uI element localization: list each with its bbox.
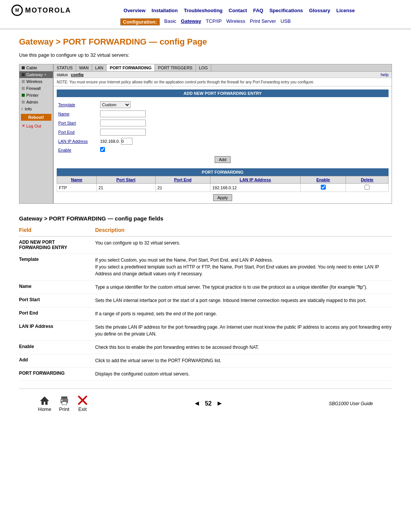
status-tab-config[interactable]: config: [71, 72, 83, 77]
subnav-basic[interactable]: Basic: [164, 18, 177, 26]
col-lanip[interactable]: LAN IP Address: [210, 176, 300, 184]
logout-button[interactable]: ✕ Log Out: [19, 122, 53, 129]
nav-overview[interactable]: Overview: [124, 8, 146, 13]
svg-marker-0: [40, 396, 49, 405]
template-label[interactable]: Template: [57, 100, 99, 109]
lan-ip-last-octet[interactable]: [121, 138, 132, 145]
svg-rect-4: [61, 400, 62, 401]
svg-rect-3: [62, 402, 67, 405]
subnav-tcpip[interactable]: TCP/IP: [206, 18, 222, 26]
nav-faq[interactable]: FAQ: [253, 8, 263, 13]
name-input[interactable]: [100, 110, 146, 117]
field-name-name: Name: [19, 281, 95, 294]
sidebar-item-info-label: Info: [25, 107, 32, 111]
portend-input[interactable]: [100, 129, 146, 136]
intro-text: Use this page to configure up to 32 virt…: [19, 52, 392, 58]
tab-lan[interactable]: LAN: [92, 64, 107, 71]
nav-installation[interactable]: Installation: [151, 8, 178, 13]
nav-troubleshooting[interactable]: Troubleshooting: [184, 8, 223, 13]
name-label[interactable]: Name: [57, 109, 99, 118]
home-button[interactable]: Home: [38, 395, 51, 412]
exit-button[interactable]: Exit: [77, 395, 88, 412]
page-nav: ◄ 52 ►: [194, 399, 223, 407]
sidebar-item-printer[interactable]: Printer: [19, 92, 53, 99]
enable-label[interactable]: Enable: [57, 146, 99, 154]
lanip-label[interactable]: LAN IP Address: [57, 137, 99, 146]
field-name-template: Template: [19, 254, 95, 281]
enable-checkbox[interactable]: [100, 147, 105, 152]
apply-button[interactable]: Apply: [213, 194, 232, 201]
nav-license[interactable]: License: [336, 8, 355, 13]
desc-row-0: ADD NEW PORT FORWARDING ENTRY You can co…: [19, 236, 392, 254]
motorola-circle-icon: M: [11, 5, 23, 16]
sidebar-item-printer-label: Printer: [26, 93, 38, 97]
field-name-portstart: Port Start: [19, 294, 95, 307]
tab-portforwarding[interactable]: PORT FORWARDING: [107, 64, 155, 71]
row-delete-checkbox[interactable]: [365, 185, 370, 190]
field-col-header: Field: [19, 227, 95, 236]
prev-page-button[interactable]: ◄: [194, 399, 201, 407]
col-name[interactable]: Name: [57, 176, 97, 184]
form-row-portstart: Port Start: [57, 118, 389, 128]
nav-contact[interactable]: Contact: [229, 8, 247, 13]
sidebar-item-gateway-label: Gateway: [26, 72, 43, 77]
portstart-input[interactable]: [100, 120, 146, 126]
col-delete[interactable]: Delete: [346, 176, 389, 184]
next-page-button[interactable]: ►: [216, 399, 223, 407]
add-button[interactable]: Add: [215, 156, 231, 163]
tab-wan[interactable]: WAN: [76, 64, 92, 71]
sidebar-item-wireless[interactable]: Wireless: [19, 78, 53, 85]
pf-header: PORT FORWARDING: [57, 168, 389, 176]
admin-dot-icon: [22, 101, 25, 104]
template-select[interactable]: Custom HTTP FTP SMTP POP3: [100, 101, 131, 108]
logout-label: Log Out: [26, 124, 41, 128]
status-tab-status[interactable]: status: [57, 72, 68, 77]
field-name-portend: Port End: [19, 307, 95, 321]
sidebar-item-admin[interactable]: Admin: [19, 99, 53, 105]
print-button[interactable]: Print: [59, 395, 70, 412]
sidebar-item-info[interactable]: i Info: [19, 105, 53, 112]
main-panel: STATUS WAN LAN PORT FORWARDING PORT TRIG…: [53, 64, 392, 204]
sidebar-item-firewall[interactable]: Firewall: [19, 85, 53, 92]
field-name-portforwarding: PORT FORWARDING: [19, 367, 95, 381]
motorola-logo: MOTOROLA: [25, 6, 71, 14]
portstart-label[interactable]: Port Start: [57, 118, 99, 128]
form-row-template: Template Custom HTTP FTP SMTP POP3: [57, 100, 389, 109]
sidebar-item-admin-label: Admin: [26, 100, 38, 104]
row-enable-checkbox[interactable]: [321, 185, 326, 190]
sidebar-item-cable[interactable]: Cable: [19, 64, 53, 71]
col-portstart[interactable]: Port Start: [96, 176, 155, 184]
subnav-printserver[interactable]: Print Server: [250, 18, 276, 26]
form-row-enable: Enable: [57, 146, 389, 154]
form-row-name: Name: [57, 109, 389, 118]
footer: Home Print Exit ◄ 52: [19, 388, 392, 418]
desc-row-3: Port Start Sets the LAN internal interfa…: [19, 294, 392, 307]
sidebar-item-gateway[interactable]: Gateway »: [19, 71, 53, 78]
desc-row-7: Add Click to add the virtual server to t…: [19, 354, 392, 367]
pf-table: Name Port Start Port End LAN IP Address …: [57, 176, 389, 192]
field-desc-name: Type a unique identifier for the custom …: [95, 281, 392, 294]
tab-porttriggers[interactable]: PORT TRIGGERS: [155, 64, 196, 71]
desc-row-5: LAN IP Address Sets the private LAN IP a…: [19, 321, 392, 341]
help-link[interactable]: help: [381, 72, 389, 77]
field-desc-lanip: Sets the private LAN IP address for the …: [95, 321, 392, 341]
nav-specifications[interactable]: Specifications: [269, 8, 303, 13]
sidebar-item-cable-label: Cable: [26, 66, 37, 70]
col-portend[interactable]: Port End: [155, 176, 210, 184]
desc-col-header: Description: [95, 227, 392, 236]
portend-label[interactable]: Port End: [57, 128, 99, 137]
exit-label: Exit: [78, 406, 87, 412]
reboot-button[interactable]: Reboot!: [21, 114, 51, 121]
user-guide-label: SBG1000 User Guide: [329, 401, 373, 406]
desc-row-4: Port End If a range of ports is required…: [19, 307, 392, 321]
row-name: FTP: [57, 184, 97, 192]
nav-glossary[interactable]: Glossary: [309, 8, 330, 13]
subnav-wireless[interactable]: Wireless: [226, 18, 245, 26]
desc-row-2: Name Type a unique identifier for the cu…: [19, 281, 392, 294]
col-enable[interactable]: Enable: [301, 176, 346, 184]
subnav-usb[interactable]: USB: [280, 18, 291, 26]
tab-status[interactable]: STATUS: [54, 64, 76, 71]
tab-log[interactable]: LOG: [196, 64, 211, 71]
form-table: Template Custom HTTP FTP SMTP POP3 Name: [57, 100, 389, 154]
subnav-gateway[interactable]: Gateway: [181, 18, 201, 26]
